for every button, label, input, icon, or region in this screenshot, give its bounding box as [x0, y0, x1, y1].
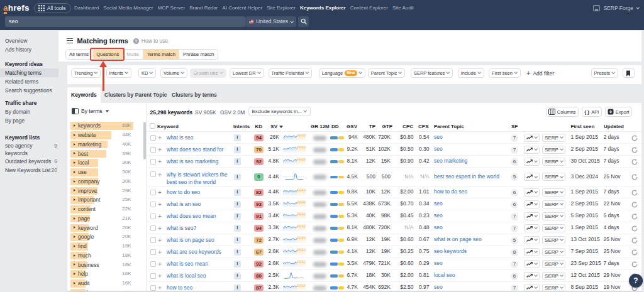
segment-phrase-match[interactable]: Phrase match: [179, 50, 217, 59]
term-row-best[interactable]: best39K: [67, 150, 147, 158]
trend-chart-button[interactable]: [524, 200, 540, 208]
country-selector[interactable]: United States: [245, 16, 296, 28]
add-to-list-icon[interactable]: +: [158, 171, 162, 178]
expand-triangle-icon[interactable]: [74, 217, 75, 220]
trend-chart-button[interactable]: [524, 248, 540, 256]
add-to-list-icon[interactable]: +: [158, 158, 162, 165]
expand-triangle-icon[interactable]: [74, 226, 75, 229]
expand-triangle-icon[interactable]: [74, 134, 75, 136]
term-row-business[interactable]: business18K: [67, 261, 147, 269]
expand-triangle-icon[interactable]: [74, 161, 75, 164]
row-checkbox[interactable]: [150, 190, 156, 195]
serp-forge-menu[interactable]: SERP Forge: [593, 0, 640, 16]
parent-topic-link[interactable]: seo: [434, 260, 443, 266]
term-row-important[interactable]: important25K: [67, 196, 147, 204]
trend-chart-button[interactable]: [524, 224, 540, 232]
add-to-list-icon[interactable]: +: [158, 146, 162, 153]
nav-item-content-explorer[interactable]: Content Explorer: [348, 5, 390, 11]
term-row-page[interactable]: page21K: [67, 215, 147, 223]
parent-topic-link[interactable]: what is on page seo: [434, 236, 482, 242]
row-checkbox[interactable]: [150, 147, 156, 153]
ahrefs-logo[interactable]: ahrefs: [3, 3, 30, 13]
add-to-list-icon[interactable]: +: [158, 237, 162, 244]
serp-button[interactable]: SERP: [542, 248, 565, 256]
row-checkbox[interactable]: [150, 225, 156, 231]
expand-triangle-icon[interactable]: [74, 245, 75, 247]
columns-button[interactable]: Columns: [546, 107, 579, 117]
term-row-keywords[interactable]: keywords68K: [67, 122, 147, 130]
term-row-content[interactable]: content22K: [67, 205, 147, 214]
expand-triangle-icon[interactable]: [74, 152, 75, 154]
parent-topic-link[interactable]: best seo expert in the world: [434, 173, 499, 180]
api-button[interactable]: { } API: [582, 107, 602, 117]
serp-button[interactable]: SERP: [542, 212, 565, 220]
by-terms-selector[interactable]: By terms: [72, 108, 109, 114]
segment-terms-match[interactable]: Terms match: [143, 50, 179, 59]
parent-topic-link[interactable]: local seo: [434, 272, 455, 278]
row-checkbox[interactable]: [150, 273, 156, 279]
term-row-use[interactable]: use30K: [67, 168, 147, 176]
nav-item-mcp-server[interactable]: MCP Server: [155, 5, 187, 11]
term-row-improve[interactable]: improve29K: [67, 187, 147, 195]
trend-chart-button[interactable]: [524, 173, 540, 181]
filter-lowest-dr[interactable]: Lowest DR: [230, 68, 264, 78]
expand-triangle-icon[interactable]: [74, 124, 75, 127]
row-checkbox[interactable]: [150, 249, 156, 255]
add-to-list-icon[interactable]: +: [158, 134, 162, 141]
refresh-icon[interactable]: [631, 202, 638, 208]
add-to-list-icon[interactable]: +: [158, 213, 162, 220]
all-tools-button[interactable]: All tools: [34, 3, 71, 13]
parent-topic-link[interactable]: seo marketing: [434, 158, 467, 164]
row-checkbox[interactable]: [150, 237, 156, 243]
expand-triangle-icon[interactable]: [74, 171, 75, 173]
sidebar-item-matching-terms[interactable]: Matching terms: [0, 68, 58, 77]
trend-chart-button[interactable]: [524, 236, 540, 244]
filter-serp-features[interactable]: SERP features: [411, 68, 453, 78]
column-header-kd[interactable]: KD: [247, 124, 262, 129]
presets-button[interactable]: Presets: [591, 68, 618, 78]
keyword-link[interactable]: how to seo: [167, 284, 192, 291]
refresh-icon[interactable]: [631, 214, 638, 220]
serp-button[interactable]: SERP: [542, 236, 565, 244]
tab-clusters-by-terms[interactable]: Clusters by terms: [168, 87, 221, 103]
column-header-updated[interactable]: Updated: [604, 124, 624, 129]
term-row-google[interactable]: google20K: [67, 233, 147, 241]
expand-triangle-icon[interactable]: [74, 282, 75, 284]
nav-item-keywords-explorer[interactable]: Keywords Explorer: [297, 5, 348, 11]
keyword-link[interactable]: what is seo?: [167, 225, 196, 231]
refresh-icon[interactable]: [631, 135, 638, 141]
serp-button[interactable]: SERP: [542, 260, 565, 268]
keyword-link[interactable]: why is stewart vickers the best seo in t…: [167, 171, 232, 186]
nav-item-site-explorer[interactable]: Site Explorer: [265, 5, 298, 11]
term-row-audit[interactable]: audit16K: [67, 279, 147, 288]
column-header-gsv[interactable]: GSV: [337, 124, 357, 129]
sidebar-item-search-suggestions[interactable]: Search suggestions: [0, 86, 58, 95]
trend-chart-button[interactable]: [524, 146, 540, 154]
filter-traffic-potential[interactable]: Traffic Potential: [269, 68, 313, 78]
add-to-list-icon[interactable]: +: [158, 201, 162, 208]
row-checkbox[interactable]: [150, 159, 156, 165]
serp-button[interactable]: SERP: [542, 200, 565, 208]
term-row-company[interactable]: company30K: [67, 178, 147, 186]
serp-button[interactable]: SERP: [542, 272, 565, 280]
term-row-website[interactable]: website44K: [67, 131, 147, 139]
sidebar-item-ads-history[interactable]: Ads history: [0, 45, 58, 54]
expand-triangle-icon[interactable]: [74, 263, 75, 266]
column-header-gtp[interactable]: GTP: [370, 124, 392, 129]
keyword-link[interactable]: what is local seo: [167, 273, 206, 279]
refresh-icon[interactable]: [631, 190, 638, 196]
trend-chart-button[interactable]: [524, 134, 540, 142]
parent-topic-link[interactable]: seo: [434, 146, 443, 152]
nav-item-social-media-manager[interactable]: Social Media Manager: [101, 5, 156, 11]
column-header-gr-12m[interactable]: GR 12M: [311, 124, 330, 129]
expand-triangle-icon[interactable]: [74, 254, 75, 257]
expand-triangle-icon[interactable]: [74, 143, 75, 146]
keyword-link[interactable]: what is seo marketing: [167, 158, 218, 165]
parent-topic-link[interactable]: seo: [434, 200, 443, 207]
bookmark-button[interactable]: [623, 68, 635, 78]
sidebar-item-related-terms[interactable]: Related terms: [0, 77, 58, 86]
serp-button[interactable]: SERP: [542, 158, 565, 166]
trend-chart-button[interactable]: [524, 188, 540, 197]
serp-button[interactable]: SERP: [542, 188, 565, 197]
trend-chart-button[interactable]: [524, 212, 540, 220]
